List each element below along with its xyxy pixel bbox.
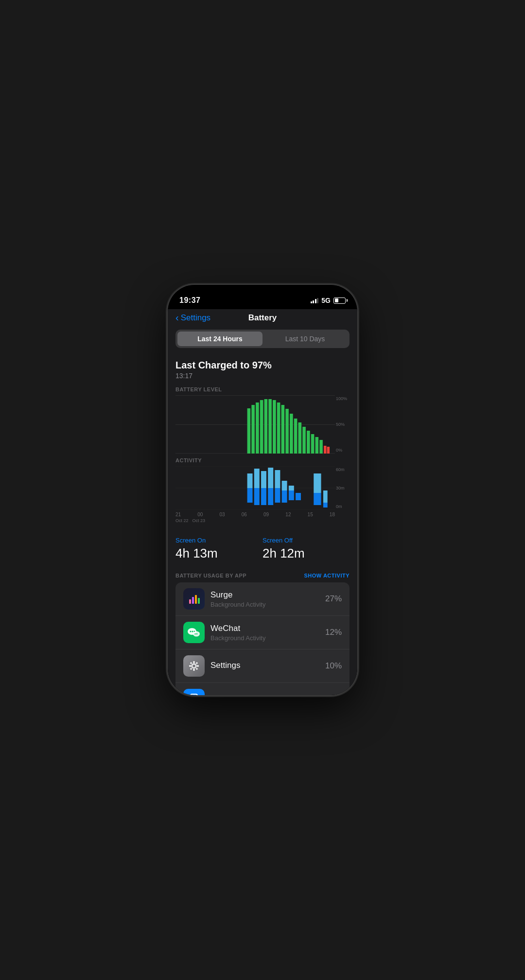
svg-rect-58 [193,661,195,663]
show-activity-button[interactable]: SHOW ACTIVITY [304,573,350,578]
status-right: 5G [311,297,346,304]
activity-chart-bars [175,466,335,510]
svg-rect-4 [251,405,255,454]
home-icon-svg [188,693,200,695]
app-item-settings[interactable]: Settings 10% [175,649,350,683]
app-item-surge[interactable]: Surge Background Activity 27% [175,582,350,616]
battery-fill [335,298,338,302]
home-name: Home & Lock Screen [210,694,330,695]
battery-status-icon [333,298,346,304]
svg-rect-20 [319,440,323,454]
x-hour-03: 03 [220,512,225,517]
activity-chart: 60m 30m 0m [175,466,350,510]
svg-rect-5 [256,402,259,454]
svg-rect-29 [254,488,260,505]
svg-rect-39 [289,486,294,490]
surge-percent: 27% [325,594,342,604]
x-hour-06: 06 [242,512,247,517]
back-button[interactable]: ‹ Settings [175,313,210,323]
svg-rect-32 [268,468,273,488]
svg-rect-28 [254,469,260,488]
nav-bar: ‹ Settings Battery [168,309,357,328]
settings-icon-svg [188,660,200,672]
wechat-app-icon [183,622,205,643]
svg-rect-7 [264,399,268,454]
app-item-wechat[interactable]: WeChat Background Activity 12% [175,616,350,649]
signal-bar-3 [315,299,316,303]
x-hour-12: 12 [285,512,291,517]
svg-rect-26 [247,473,253,488]
x-hour-00: 00 [197,512,203,517]
svg-rect-6 [260,400,263,454]
svg-rect-3 [247,408,251,454]
status-time: 19:37 [179,296,200,305]
svg-rect-13 [290,414,293,454]
battery-level-section: BATTERY LEVEL [168,386,357,457]
surge-info: Surge Background Activity [210,590,325,608]
wechat-info: WeChat Background Activity [210,624,325,642]
surge-icon-svg [188,593,200,605]
activity-y-60: 60m [336,467,350,472]
home-percent: 6% [330,695,342,695]
svg-rect-59 [193,669,195,671]
svg-rect-62 [190,662,192,664]
page-title: Battery [248,313,277,323]
svg-rect-34 [275,470,280,488]
svg-rect-37 [282,490,287,503]
svg-rect-65 [196,668,198,670]
activity-section: ACTIVITY [168,457,357,531]
x-hour-15: 15 [308,512,313,517]
x-hour-09: 09 [263,512,269,517]
battery-y-100: 100% [336,396,350,401]
wechat-percent: 12% [325,628,342,637]
svg-rect-19 [315,437,319,454]
signal-bars [311,298,319,303]
svg-point-54 [194,633,195,634]
settings-info: Settings [210,661,325,671]
battery-y-50: 50% [336,422,350,427]
svg-rect-12 [285,409,289,454]
svg-rect-31 [261,488,266,505]
svg-rect-42 [314,493,321,505]
battery-usage-header: BATTERY USAGE BY APP SHOW ACTIVITY [168,569,357,582]
network-type: 5G [321,297,331,304]
screen-off-item: Screen Off 2h 12m [262,537,350,561]
svg-rect-35 [275,488,280,503]
wechat-icon-svg [187,627,201,638]
screen-usage-summary: Screen On 4h 13m Screen Off 2h 12m [168,531,357,569]
svg-rect-8 [268,399,272,454]
svg-point-50 [190,631,192,632]
tab-10d[interactable]: Last 10 Days [262,332,348,346]
signal-bar-2 [313,300,314,303]
time-range-tabs[interactable]: Last 24 Hours Last 10 Days [175,330,350,348]
home-info: Home & Lock Screen [210,694,330,695]
x-hour-18: 18 [330,512,335,517]
wechat-name: WeChat [210,624,325,633]
surge-name: Surge [210,590,325,600]
activity-y-labels: 60m 30m 0m [336,466,350,510]
tab-24h[interactable]: Last 24 Hours [177,332,262,346]
svg-rect-15 [298,422,302,454]
battery-usage-label: BATTERY USAGE BY APP [175,573,246,578]
screen-off-value: 2h 12m [262,546,350,561]
svg-rect-33 [268,488,273,505]
app-usage-list: Surge Background Activity 27% [175,582,350,695]
svg-rect-66 [191,694,197,695]
settings-app-icon [183,655,205,677]
svg-rect-48 [198,598,200,604]
settings-name: Settings [210,661,325,670]
app-item-home[interactable]: Home & Lock Screen 6% [175,683,350,695]
svg-rect-14 [294,419,298,454]
x-date-oct22: Oct 22 [175,518,189,523]
screen-off-label: Screen Off [262,537,350,544]
svg-point-51 [192,631,193,632]
x-hour-21: 21 [175,512,181,517]
screen-on-item: Screen On 4h 13m [175,537,262,561]
chevron-left-icon: ‹ [175,312,179,323]
svg-rect-38 [289,490,294,500]
x-axis-dates: Oct 22 Oct 23 [175,517,350,527]
screen-on-value: 4h 13m [175,546,262,561]
svg-rect-18 [311,434,315,454]
svg-rect-11 [281,405,285,454]
x-date-oct23: Oct 23 [192,518,206,523]
